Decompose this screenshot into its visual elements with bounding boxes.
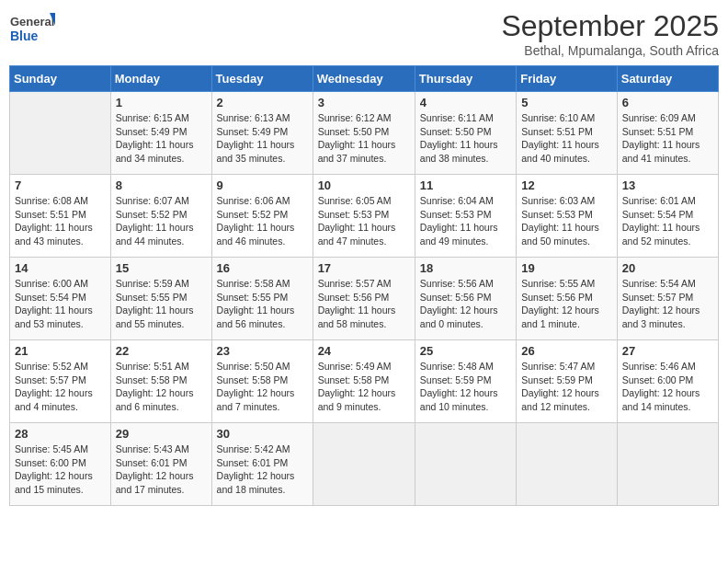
day-info: Sunrise: 6:09 AMSunset: 5:51 PMDaylight:… bbox=[622, 111, 713, 166]
day-number: 16 bbox=[217, 261, 308, 275]
day-number: 8 bbox=[116, 178, 207, 192]
calendar-header-row: SundayMondayTuesdayWednesdayThursdayFrid… bbox=[10, 66, 719, 92]
calendar-cell: 29Sunrise: 5:43 AMSunset: 6:01 PMDayligh… bbox=[110, 423, 211, 506]
day-info: Sunrise: 5:48 AMSunset: 5:59 PMDaylight:… bbox=[420, 360, 511, 414]
calendar-cell: 30Sunrise: 5:42 AMSunset: 6:01 PMDayligh… bbox=[211, 423, 313, 506]
day-number: 7 bbox=[15, 178, 106, 192]
day-info: Sunrise: 5:59 AMSunset: 5:55 PMDaylight:… bbox=[116, 277, 207, 331]
day-number: 17 bbox=[318, 261, 410, 275]
calendar-cell: 17Sunrise: 5:57 AMSunset: 5:56 PMDayligh… bbox=[313, 258, 415, 340]
calendar-body: 1Sunrise: 6:15 AMSunset: 5:49 PMDaylight… bbox=[10, 92, 719, 506]
day-number: 5 bbox=[521, 96, 612, 109]
calendar-cell: 5Sunrise: 6:10 AMSunset: 5:51 PMDaylight… bbox=[517, 92, 618, 175]
calendar-cell: 1Sunrise: 6:15 AMSunset: 5:49 PMDaylight… bbox=[110, 92, 211, 175]
day-info: Sunrise: 5:51 AMSunset: 5:58 PMDaylight:… bbox=[116, 360, 207, 414]
day-info: Sunrise: 6:11 AMSunset: 5:50 PMDaylight:… bbox=[420, 111, 511, 166]
calendar-cell bbox=[415, 423, 516, 506]
title-area: September 2025 Bethal, Mpumalanga, South… bbox=[501, 9, 719, 58]
day-number: 1 bbox=[116, 96, 207, 109]
day-info: Sunrise: 6:00 AMSunset: 5:54 PMDaylight:… bbox=[15, 277, 106, 331]
day-info: Sunrise: 5:42 AMSunset: 6:01 PMDaylight:… bbox=[217, 442, 308, 497]
day-number: 3 bbox=[318, 96, 410, 109]
day-info: Sunrise: 6:13 AMSunset: 5:49 PMDaylight:… bbox=[217, 111, 308, 166]
calendar-table: SundayMondayTuesdayWednesdayThursdayFrid… bbox=[9, 65, 719, 506]
day-info: Sunrise: 5:46 AMSunset: 6:00 PMDaylight:… bbox=[622, 360, 713, 414]
calendar-cell: 16Sunrise: 5:58 AMSunset: 5:55 PMDayligh… bbox=[211, 258, 313, 340]
month-title: September 2025 bbox=[501, 9, 719, 43]
calendar-day-header: Wednesday bbox=[313, 66, 415, 92]
day-info: Sunrise: 6:06 AMSunset: 5:52 PMDaylight:… bbox=[217, 194, 308, 248]
day-info: Sunrise: 5:55 AMSunset: 5:56 PMDaylight:… bbox=[521, 277, 612, 331]
calendar-cell: 7Sunrise: 6:08 AMSunset: 5:51 PMDaylight… bbox=[10, 175, 111, 258]
calendar-day-header: Tuesday bbox=[211, 66, 313, 92]
calendar-week-row: 1Sunrise: 6:15 AMSunset: 5:49 PMDaylight… bbox=[10, 92, 719, 175]
calendar-cell: 24Sunrise: 5:49 AMSunset: 5:58 PMDayligh… bbox=[313, 340, 415, 423]
day-info: Sunrise: 6:08 AMSunset: 5:51 PMDaylight:… bbox=[15, 194, 106, 248]
calendar-cell: 3Sunrise: 6:12 AMSunset: 5:50 PMDaylight… bbox=[313, 92, 415, 175]
day-info: Sunrise: 5:58 AMSunset: 5:55 PMDaylight:… bbox=[217, 277, 308, 331]
day-number: 23 bbox=[217, 344, 308, 358]
calendar-cell: 27Sunrise: 5:46 AMSunset: 6:00 PMDayligh… bbox=[617, 340, 718, 423]
day-number: 25 bbox=[420, 344, 511, 358]
day-number: 4 bbox=[420, 96, 511, 109]
calendar-cell: 10Sunrise: 6:05 AMSunset: 5:53 PMDayligh… bbox=[313, 175, 415, 258]
day-info: Sunrise: 6:04 AMSunset: 5:53 PMDaylight:… bbox=[420, 194, 511, 248]
calendar-cell bbox=[617, 423, 718, 506]
calendar-week-row: 28Sunrise: 5:45 AMSunset: 6:00 PMDayligh… bbox=[10, 423, 719, 506]
calendar-cell: 20Sunrise: 5:54 AMSunset: 5:57 PMDayligh… bbox=[617, 258, 718, 340]
day-info: Sunrise: 6:10 AMSunset: 5:51 PMDaylight:… bbox=[521, 111, 612, 166]
day-number: 22 bbox=[116, 344, 207, 358]
day-number: 20 bbox=[622, 261, 713, 275]
calendar-cell bbox=[517, 423, 618, 506]
subtitle: Bethal, Mpumalanga, South Africa bbox=[501, 43, 719, 58]
calendar-week-row: 14Sunrise: 6:00 AMSunset: 5:54 PMDayligh… bbox=[10, 258, 719, 340]
day-number: 14 bbox=[15, 261, 106, 275]
day-number: 19 bbox=[521, 261, 612, 275]
calendar-cell: 18Sunrise: 5:56 AMSunset: 5:56 PMDayligh… bbox=[415, 258, 516, 340]
calendar-cell: 23Sunrise: 5:50 AMSunset: 5:58 PMDayligh… bbox=[211, 340, 313, 423]
day-info: Sunrise: 6:01 AMSunset: 5:54 PMDaylight:… bbox=[622, 194, 713, 248]
calendar-week-row: 7Sunrise: 6:08 AMSunset: 5:51 PMDaylight… bbox=[10, 175, 719, 258]
day-number: 18 bbox=[420, 261, 511, 275]
day-number: 28 bbox=[15, 427, 106, 441]
day-number: 30 bbox=[217, 427, 308, 441]
day-number: 11 bbox=[420, 178, 511, 192]
calendar-cell: 28Sunrise: 5:45 AMSunset: 6:00 PMDayligh… bbox=[10, 423, 111, 506]
header: General Blue September 2025 Bethal, Mpum… bbox=[9, 9, 719, 58]
day-info: Sunrise: 5:57 AMSunset: 5:56 PMDaylight:… bbox=[318, 277, 410, 331]
day-number: 13 bbox=[622, 178, 713, 192]
day-info: Sunrise: 5:47 AMSunset: 5:59 PMDaylight:… bbox=[521, 360, 612, 414]
day-info: Sunrise: 5:43 AMSunset: 6:01 PMDaylight:… bbox=[116, 442, 207, 497]
day-number: 10 bbox=[318, 178, 410, 192]
day-number: 26 bbox=[521, 344, 612, 358]
calendar-cell: 12Sunrise: 6:03 AMSunset: 5:53 PMDayligh… bbox=[517, 175, 618, 258]
day-info: Sunrise: 6:07 AMSunset: 5:52 PMDaylight:… bbox=[116, 194, 207, 248]
calendar-day-header: Thursday bbox=[415, 66, 516, 92]
calendar-cell: 25Sunrise: 5:48 AMSunset: 5:59 PMDayligh… bbox=[415, 340, 516, 423]
calendar-day-header: Friday bbox=[517, 66, 618, 92]
calendar-cell bbox=[10, 92, 111, 175]
calendar-cell: 21Sunrise: 5:52 AMSunset: 5:57 PMDayligh… bbox=[10, 340, 111, 423]
calendar-day-header: Saturday bbox=[617, 66, 718, 92]
calendar-cell: 13Sunrise: 6:01 AMSunset: 5:54 PMDayligh… bbox=[617, 175, 718, 258]
calendar-cell: 2Sunrise: 6:13 AMSunset: 5:49 PMDaylight… bbox=[211, 92, 313, 175]
calendar-cell: 22Sunrise: 5:51 AMSunset: 5:58 PMDayligh… bbox=[110, 340, 211, 423]
logo: General Blue bbox=[9, 9, 55, 48]
day-number: 15 bbox=[116, 261, 207, 275]
calendar-cell: 8Sunrise: 6:07 AMSunset: 5:52 PMDaylight… bbox=[110, 175, 211, 258]
day-info: Sunrise: 6:15 AMSunset: 5:49 PMDaylight:… bbox=[116, 111, 207, 166]
calendar-cell: 4Sunrise: 6:11 AMSunset: 5:50 PMDaylight… bbox=[415, 92, 516, 175]
day-number: 27 bbox=[622, 344, 713, 358]
day-info: Sunrise: 6:12 AMSunset: 5:50 PMDaylight:… bbox=[318, 111, 410, 166]
day-number: 29 bbox=[116, 427, 207, 441]
day-info: Sunrise: 5:52 AMSunset: 5:57 PMDaylight:… bbox=[15, 360, 106, 414]
day-number: 24 bbox=[318, 344, 410, 358]
calendar-cell: 14Sunrise: 6:00 AMSunset: 5:54 PMDayligh… bbox=[10, 258, 111, 340]
day-number: 2 bbox=[217, 96, 308, 109]
day-number: 21 bbox=[15, 344, 106, 358]
day-info: Sunrise: 6:03 AMSunset: 5:53 PMDaylight:… bbox=[521, 194, 612, 248]
day-info: Sunrise: 5:50 AMSunset: 5:58 PMDaylight:… bbox=[217, 360, 308, 414]
day-number: 9 bbox=[217, 178, 308, 192]
calendar-cell: 6Sunrise: 6:09 AMSunset: 5:51 PMDaylight… bbox=[617, 92, 718, 175]
calendar-week-row: 21Sunrise: 5:52 AMSunset: 5:57 PMDayligh… bbox=[10, 340, 719, 423]
